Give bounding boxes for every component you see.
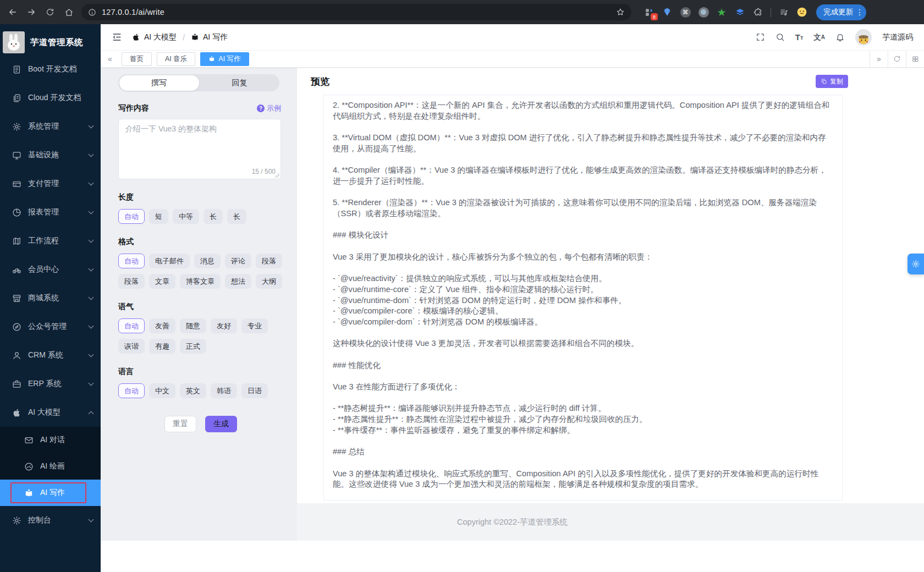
collapse-menu-icon[interactable] <box>112 32 122 42</box>
tab-item[interactable]: 首页 <box>122 52 152 66</box>
sidebar-item[interactable]: 公众号管理 <box>0 312 101 341</box>
fullscreen-icon[interactable] <box>756 32 765 42</box>
sidebar-item-label: 系统管理 <box>28 122 59 131</box>
option-chip[interactable]: 中等 <box>173 209 199 224</box>
tabs-scroll-right-icon[interactable]: » <box>870 51 888 67</box>
sidebar-item[interactable]: 工作流程 <box>0 227 101 255</box>
reset-button[interactable]: 重置 <box>164 416 196 432</box>
chevron-down-icon <box>89 266 94 271</box>
site-info-icon[interactable] <box>88 8 96 16</box>
extension-command-icon[interactable]: ⌘ <box>679 6 692 19</box>
option-chip[interactable]: 电子邮件 <box>149 254 190 268</box>
tab-item[interactable]: AI 音乐 <box>157 52 195 66</box>
breadcrumb-item[interactable]: AI 大模型 <box>144 32 177 42</box>
sidebar-item-label: 报表管理 <box>28 207 59 217</box>
breadcrumb: AI 大模型 / AI 写作 <box>132 32 228 42</box>
home-icon[interactable] <box>61 4 77 20</box>
tab-refresh-icon[interactable] <box>888 51 906 67</box>
option-chip[interactable]: 段落 <box>256 254 282 268</box>
sidebar-item[interactable]: 基础设施 <box>0 141 101 169</box>
sidebar-item[interactable]: AI 写作 <box>0 480 101 506</box>
apple-icon <box>132 33 140 41</box>
option-chip[interactable]: 中文 <box>149 383 175 398</box>
generate-button[interactable]: 生成 <box>205 416 237 432</box>
username[interactable]: 芋道源码 <box>882 32 913 42</box>
search-icon[interactable] <box>776 32 785 42</box>
option-chip[interactable]: 大纲 <box>256 274 282 289</box>
option-chip[interactable]: 随意 <box>180 318 206 333</box>
extension-circle-icon[interactable] <box>697 6 710 19</box>
sidebar-item[interactable]: 系统管理 <box>0 112 101 141</box>
option-chip[interactable]: 博客文章 <box>180 274 221 289</box>
option-chip[interactable]: 消息 <box>194 254 221 268</box>
option-chip[interactable]: 友好 <box>211 318 237 333</box>
sidebar-item[interactable]: 报表管理 <box>0 198 101 227</box>
sidebar-item[interactable]: 控制台 <box>0 506 101 535</box>
theme-settings-button[interactable] <box>908 254 924 274</box>
sidebar-item[interactable]: AI 大模型 <box>0 398 101 427</box>
extension-grid-icon[interactable]: 8 <box>642 6 656 19</box>
avatar[interactable] <box>855 29 872 46</box>
forward-icon[interactable] <box>23 4 40 20</box>
option-chip[interactable]: 诙谐 <box>118 339 145 354</box>
option-chip[interactable]: 短 <box>149 209 168 224</box>
copy-button[interactable]: 复制 <box>816 75 848 88</box>
option-chip[interactable]: 自动 <box>118 383 145 398</box>
profile-emoji-icon[interactable] <box>795 6 809 19</box>
chevron-up-icon <box>89 411 94 416</box>
back-icon[interactable] <box>4 4 21 20</box>
tab-reply[interactable]: 回复 <box>200 74 279 91</box>
address-bar[interactable]: 127.0.0.1/ai/write <box>81 4 631 20</box>
sidebar-item[interactable]: 会员中心 <box>0 255 101 284</box>
option-chip[interactable]: 正式 <box>180 339 206 354</box>
option-chip[interactable]: 评论 <box>225 254 251 268</box>
option-chip[interactable]: 想法 <box>225 274 251 289</box>
bookmark-star-icon[interactable] <box>613 8 628 16</box>
chip-group: 自动中文英文韩语日语 <box>118 383 290 398</box>
option-chip[interactable]: 友善 <box>149 318 175 333</box>
user-icon <box>12 351 21 360</box>
example-link[interactable]: ? 示例 <box>257 103 281 113</box>
media-list-icon[interactable] <box>777 6 790 19</box>
sidebar-item[interactable]: ERP 系统 <box>0 370 101 398</box>
tab-layout-grid-icon[interactable] <box>906 51 924 67</box>
sidebar-item[interactable]: 商城系统 <box>0 284 101 312</box>
resize-grip-icon[interactable] <box>274 173 279 178</box>
sidebar-item[interactable]: Boot 开发文档 <box>0 55 101 84</box>
tab-write[interactable]: 撰写 <box>119 75 199 91</box>
member-icon <box>12 265 21 274</box>
tab-item[interactable]: AI 写作 <box>200 52 249 66</box>
sidebar-item[interactable]: 支付管理 <box>0 169 101 198</box>
reload-icon[interactable] <box>42 4 58 20</box>
option-chip[interactable]: 长 <box>204 209 223 224</box>
chrome-update-button[interactable]: 完成更新 ⋮ <box>816 4 866 20</box>
url-text[interactable]: 127.0.0.1/ai/write <box>102 8 607 16</box>
option-chip[interactable]: 有趣 <box>149 339 175 354</box>
option-chip[interactable]: 韩语 <box>211 383 237 398</box>
option-chip[interactable]: 自动 <box>118 209 145 224</box>
breadcrumb-item[interactable]: AI 写作 <box>203 32 228 42</box>
translate-icon[interactable]: 文A <box>813 32 825 42</box>
option-chip[interactable]: 长 <box>227 209 246 224</box>
tabs-scroll-left-icon[interactable]: « <box>101 51 119 67</box>
extensions-puzzle-icon[interactable] <box>751 6 765 19</box>
notification-bell-icon[interactable] <box>835 32 845 42</box>
logo-row[interactable]: 芋道管理系统 <box>0 24 101 55</box>
option-chip[interactable]: 自动 <box>118 318 145 333</box>
option-chip[interactable]: 专业 <box>241 318 268 333</box>
sidebar-item[interactable]: CRM 系统 <box>0 341 101 370</box>
option-chip[interactable]: 英文 <box>180 383 206 398</box>
extension-layers-icon[interactable] <box>733 6 746 19</box>
chrome-menu-icon[interactable]: ⋮ <box>855 8 864 16</box>
option-chip[interactable]: 自动 <box>118 254 145 268</box>
extension-balloon-icon[interactable] <box>661 6 674 19</box>
sidebar-item[interactable]: Cloud 开发文档 <box>0 84 101 112</box>
sidebar-item[interactable]: AI 对话 <box>0 427 101 453</box>
option-chip[interactable]: 段落 <box>118 274 145 289</box>
preview-content[interactable]: 2. **Composition API**：这是一个新的 API 集合，允许开… <box>323 95 843 501</box>
option-chip[interactable]: 文章 <box>149 274 175 289</box>
font-size-icon[interactable]: Tт <box>795 32 804 42</box>
option-chip[interactable]: 日语 <box>241 383 268 398</box>
extension-green-star-icon[interactable]: ★ <box>715 6 728 19</box>
sidebar-item[interactable]: AI 绘画 <box>0 453 101 480</box>
